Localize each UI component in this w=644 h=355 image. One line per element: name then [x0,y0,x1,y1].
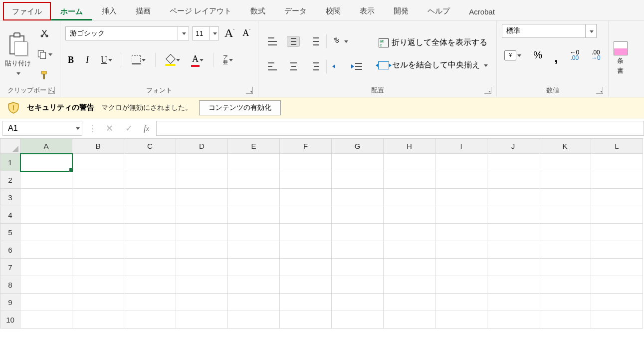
cell-G6[interactable] [332,241,384,259]
cell-E10[interactable] [228,311,280,329]
cell-C2[interactable] [124,171,176,189]
cell-A9[interactable] [20,294,72,311]
cell-A3[interactable] [20,189,72,206]
row-header-5[interactable]: 5 [0,224,20,241]
font-color-button[interactable]: A [190,51,206,68]
font-name-select[interactable]: 游ゴシック [65,26,189,40]
formula-input[interactable] [156,121,644,136]
select-all-corner[interactable] [0,139,20,154]
cell-E5[interactable] [228,224,280,241]
col-header-I[interactable]: I [435,139,487,154]
enable-content-button[interactable]: コンテンツの有効化 [199,100,281,115]
align-middle-button[interactable] [284,33,302,49]
cancel-formula-button[interactable]: ✕ [100,123,119,134]
cell-H9[interactable] [384,294,435,311]
cell-I2[interactable] [435,171,487,189]
cell-H7[interactable] [384,259,435,276]
tab-developer[interactable]: 開発 [384,1,418,20]
col-header-C[interactable]: C [124,139,176,154]
cell-G9[interactable] [332,294,384,311]
orientation-dropdown[interactable] [344,37,348,46]
cell-A4[interactable] [20,206,72,224]
align-center-button[interactable] [284,58,302,74]
cell-I6[interactable] [435,241,487,259]
cell-H8[interactable] [384,276,435,294]
cell-F6[interactable] [280,241,332,259]
cell-I7[interactable] [435,259,487,276]
col-header-H[interactable]: H [384,139,435,154]
cell-G1[interactable] [332,154,384,171]
cell-B9[interactable] [72,294,124,311]
col-header-D[interactable]: D [176,139,228,154]
cell-B1[interactable] [72,154,124,171]
cell-G7[interactable] [332,259,384,276]
tab-help[interactable]: ヘルプ [418,1,459,20]
cell-K2[interactable] [539,171,591,189]
cell-I8[interactable] [435,276,487,294]
name-box[interactable]: A1 [2,121,82,136]
cell-D1[interactable] [176,154,228,171]
underline-button[interactable]: U [98,52,115,68]
cell-B5[interactable] [72,224,124,241]
cell-C8[interactable] [124,276,176,294]
cell-G3[interactable] [332,189,384,206]
cell-H3[interactable] [384,189,435,206]
copy-dropdown[interactable] [48,50,52,59]
cell-K10[interactable] [539,311,591,329]
cell-A2[interactable] [20,171,72,189]
cell-L5[interactable] [591,224,643,241]
cell-D4[interactable] [176,206,228,224]
cell-K5[interactable] [539,224,591,241]
cell-G5[interactable] [332,224,384,241]
cell-A8[interactable] [20,276,72,294]
cell-C6[interactable] [124,241,176,259]
col-header-F[interactable]: F [280,139,332,154]
cell-B7[interactable] [72,259,124,276]
cell-K7[interactable] [539,259,591,276]
cell-A6[interactable] [20,241,72,259]
cell-E9[interactable] [228,294,280,311]
cell-K8[interactable] [539,276,591,294]
tab-review[interactable]: 校閲 [316,1,350,20]
cell-L1[interactable] [591,154,643,171]
cell-F8[interactable] [280,276,332,294]
row-header-8[interactable]: 8 [0,276,20,294]
borders-button[interactable] [129,53,148,67]
cell-B4[interactable] [72,206,124,224]
row-header-9[interactable]: 9 [0,294,20,311]
cell-F9[interactable] [280,294,332,311]
tab-home[interactable]: ホーム [51,1,92,20]
cell-L10[interactable] [591,311,643,329]
tab-pagelayout[interactable]: ページ レイアウト [160,1,241,20]
row-header-3[interactable]: 3 [0,189,20,206]
cell-C3[interactable] [124,189,176,206]
cell-C4[interactable] [124,206,176,224]
fill-color-button[interactable] [163,53,183,67]
cell-H5[interactable] [384,224,435,241]
cell-K9[interactable] [539,294,591,311]
underline-dropdown[interactable] [108,55,112,64]
col-header-A[interactable]: A [20,139,72,154]
increase-decimal-button[interactable]: ←0.00 [567,47,582,63]
cell-E2[interactable] [228,171,280,189]
tab-insert[interactable]: 挿入 [92,1,126,20]
cell-E3[interactable] [228,189,280,206]
cell-E1[interactable] [228,154,280,171]
cell-H2[interactable] [384,171,435,189]
cell-H10[interactable] [384,311,435,329]
cell-G10[interactable] [332,311,384,329]
cell-B3[interactable] [72,189,124,206]
col-header-B[interactable]: B [72,139,124,154]
cell-K6[interactable] [539,241,591,259]
increase-indent-button[interactable] [349,59,365,73]
comma-button[interactable]: , [552,50,560,60]
cell-J6[interactable] [487,241,539,259]
font-size-select[interactable]: 11 [192,26,219,40]
italic-button[interactable]: I [83,52,91,68]
cell-K4[interactable] [539,206,591,224]
cell-D8[interactable] [176,276,228,294]
cell-J9[interactable] [487,294,539,311]
shrink-font-button[interactable]: Aˇ [240,25,253,41]
cell-F2[interactable] [280,171,332,189]
orientation-button[interactable] [330,33,351,49]
